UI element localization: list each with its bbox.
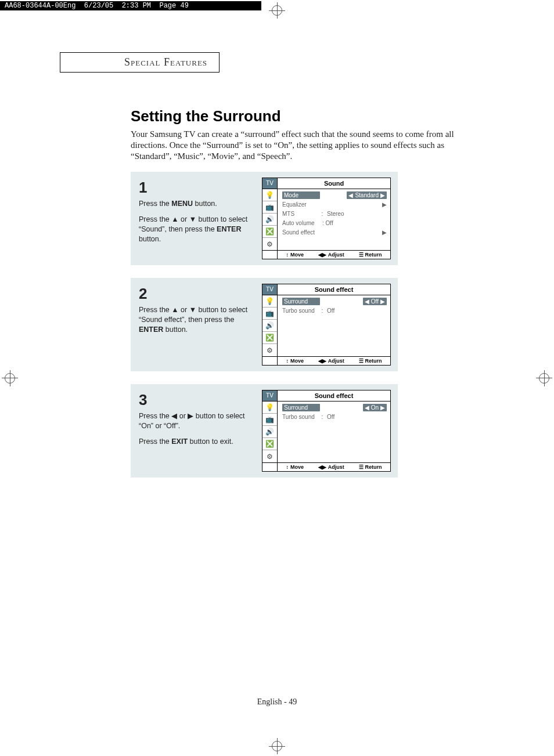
menu-icon: ❎ (262, 226, 277, 238)
menu-row-value: Off (325, 308, 387, 314)
step-text: 1Press the MENU button.Press the ▲ or ▼ … (139, 178, 255, 259)
page-number: English - 49 (0, 697, 554, 707)
step-paragraph: Press the ◀ or ▶ button to select “On” o… (139, 411, 255, 431)
step-block: 3Press the ◀ or ▶ button to select “On” … (131, 384, 398, 478)
menu-icon: 💡 (262, 401, 277, 414)
menu-row-label: Turbo sound (282, 414, 320, 420)
step-block: 2Press the ▲ or ▼ button to select “Soun… (131, 278, 398, 371)
menu-row: Surround◀On▶ (281, 403, 388, 412)
menu-icon: 📺 (262, 414, 277, 426)
footer-return: ☰Return (359, 464, 382, 470)
menu-icon: 💡 (262, 189, 277, 201)
menu-rows: Surround◀Off▶Turbo sound:Off (278, 295, 390, 356)
menu-row: Surround◀Off▶ (281, 296, 388, 306)
menu-icon: ⚙ (262, 238, 277, 250)
menu-row-value: ◀On▶ (363, 404, 387, 411)
menu-row-label: Equalizer (282, 201, 320, 208)
step-text: 2Press the ▲ or ▼ button to select “Soun… (139, 284, 255, 366)
menu-footer: ↕Move◀▶Adjust☰Return (262, 462, 390, 471)
section-tab: Special Features (60, 52, 220, 73)
menu-icon: ❎ (262, 332, 277, 344)
footer-adjust: ◀▶Adjust (318, 464, 344, 470)
menu-icon-column: 💡📺🔊❎⚙ (262, 189, 278, 250)
crop-mark-bottom (272, 741, 282, 751)
menu-row-value: ◀Off▶ (363, 298, 387, 305)
osd-menu: TVSound💡📺🔊❎⚙Mode◀Standard▶Equalizer▶MTS:… (262, 178, 391, 259)
page-title: Setting the Surround (131, 107, 485, 125)
step-paragraph: Press the EXIT button to exit. (139, 437, 255, 447)
menu-title: Sound effect (278, 284, 390, 295)
menu-row: Turbo sound:Off (281, 306, 388, 315)
step-paragraph: Press the ▲ or ▼ button to select “Sound… (139, 215, 255, 244)
section-header-box: Special Features (60, 52, 484, 73)
step-number: 2 (139, 284, 255, 304)
footer-return: ☰Return (359, 252, 382, 258)
menu-icon: 🔊 (262, 214, 277, 226)
arrow-right-icon: ▶ (382, 229, 387, 236)
menu-row: Auto volume: Off (281, 218, 388, 227)
menu-row-label: Turbo sound (282, 308, 320, 314)
menu-icon-column: 💡📺🔊❎⚙ (262, 295, 278, 356)
menu-row-value: Off (325, 414, 387, 420)
menu-row-label: Mode (282, 191, 320, 199)
menu-icon: ❎ (262, 438, 277, 450)
menu-icon: ⚙ (262, 344, 277, 356)
tv-icon-box: TV (262, 178, 278, 189)
menu-row-label: Auto volume (282, 220, 320, 226)
crop-mark-right (539, 373, 549, 384)
menu-icon: 📺 (262, 201, 277, 214)
main-content: Setting the Surround Your Samsung TV can… (131, 107, 485, 490)
menu-row: Equalizer▶ (281, 200, 388, 209)
menu-icon: ⚙ (262, 450, 277, 462)
footer-move: ↕Move (286, 252, 304, 258)
arrow-right-icon: ▶ (382, 201, 387, 208)
menu-footer: ↕Move◀▶Adjust☰Return (262, 356, 390, 365)
tv-icon-box: TV (262, 284, 278, 295)
menu-row-value: Stereo (325, 211, 387, 217)
tv-icon-box: TV (262, 390, 278, 401)
footer-adjust: ◀▶Adjust (318, 358, 344, 364)
menu-rows: Surround◀On▶Turbo sound:Off (278, 401, 390, 462)
menu-icon: 🔊 (262, 426, 277, 438)
step-paragraph: Press the ▲ or ▼ button to select “Sound… (139, 305, 255, 335)
menu-row-label: Sound effect (282, 229, 320, 236)
step-paragraph: Press the MENU button. (139, 199, 255, 209)
menu-row-colon: : (320, 211, 325, 217)
menu-row: MTS:Stereo (281, 209, 388, 218)
menu-row-label: Surround (282, 404, 320, 411)
footer-adjust: ◀▶Adjust (318, 252, 344, 258)
file-header: AA68-03644A-00Eng 6/23/05 2:33 PM Page 4… (0, 1, 261, 10)
menu-footer: ↕Move◀▶Adjust☰Return (262, 250, 390, 259)
menu-title: Sound effect (278, 390, 390, 401)
menu-row-colon: : (320, 414, 325, 420)
menu-row-label: MTS (282, 211, 320, 217)
menu-row: Sound effect▶ (281, 227, 388, 237)
osd-menu: TVSound effect💡📺🔊❎⚙Surround◀On▶Turbo sou… (262, 390, 391, 472)
osd-menu: TVSound effect💡📺🔊❎⚙Surround◀Off▶Turbo so… (262, 284, 391, 366)
step-number: 3 (139, 390, 255, 410)
menu-icon-column: 💡📺🔊❎⚙ (262, 401, 278, 462)
crop-mark-top (272, 5, 282, 16)
step-block: 1Press the MENU button.Press the ▲ or ▼ … (131, 172, 398, 265)
menu-row: Mode◀Standard▶ (281, 190, 388, 200)
menu-icon: 💡 (262, 295, 277, 308)
menu-icon: 🔊 (262, 320, 277, 332)
step-text: 3Press the ◀ or ▶ button to select “On” … (139, 390, 255, 472)
intro-paragraph: Your Samsung TV can create a “surround” … (131, 129, 485, 161)
footer-return: ☰Return (359, 358, 382, 364)
menu-icon: 📺 (262, 308, 277, 320)
menu-row-value: : Off (320, 220, 387, 226)
footer-move: ↕Move (286, 358, 304, 364)
footer-move: ↕Move (286, 464, 304, 470)
menu-row-label: Surround (282, 298, 320, 305)
crop-mark-left (5, 373, 15, 384)
step-number: 1 (139, 178, 255, 198)
menu-row-value: ◀Standard▶ (347, 191, 387, 199)
menu-title: Sound (278, 178, 390, 189)
menu-rows: Mode◀Standard▶Equalizer▶MTS:StereoAuto v… (278, 189, 390, 250)
menu-row-colon: : (320, 308, 325, 314)
menu-row: Turbo sound:Off (281, 412, 388, 421)
